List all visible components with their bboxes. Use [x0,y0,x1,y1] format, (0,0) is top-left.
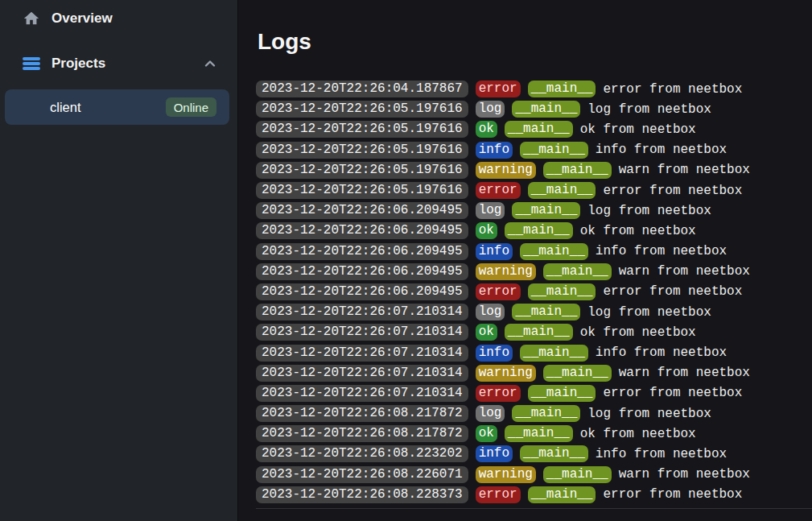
log-message: log from neetbox [587,305,711,320]
log-timestamp: 2023-12-20T22:26:07.210314 [256,324,468,341]
log-series-badge: __main__ [512,304,580,320]
log-level-badge: ok [476,121,497,138]
log-timestamp: 2023-12-20T22:26:07.210314 [256,365,468,382]
log-timestamp: 2023-12-20T22:26:06.209495 [256,263,468,280]
log-timestamp: 2023-12-20T22:26:08.226071 [256,466,468,483]
log-timestamp: 2023-12-20T22:26:06.209495 [256,222,468,239]
log-message: error from neetbox [603,386,742,400]
log-level-badge: info [476,445,513,462]
log-series-badge: __main__ [505,222,573,239]
log-row: 2023-12-20T22:26:06.209495error__main__e… [256,282,812,302]
log-series-badge: __main__ [505,425,573,442]
log-message: error from neetbox [603,82,742,97]
status-badge: Online [166,97,216,117]
log-series-badge: __main__ [543,263,612,280]
app-window: Overview Projects client Online Logs 202… [0,0,812,521]
log-row: 2023-12-20T22:26:06.209495warning__main_… [256,262,812,282]
log-timestamp: 2023-12-20T22:26:08.217872 [256,405,468,422]
main-panel: Logs 2023-12-20T22:26:04.187867error__ma… [238,0,812,521]
log-series-badge: __main__ [520,142,588,159]
log-level-badge: error [476,283,521,300]
sidebar-item-label: Projects [52,56,105,72]
log-series-badge: __main__ [512,405,580,422]
log-message: error from neetbox [603,487,742,502]
sidebar-item-client[interactable]: client Online [5,89,229,125]
log-message: warn from neetbox [619,163,750,177]
log-level-badge: error [476,81,521,97]
log-message: info from neetbox [596,345,727,360]
log-row: 2023-12-20T22:26:05.197616warning__main_… [256,160,812,180]
chevron-up-icon[interactable] [204,58,216,69]
log-series-badge: __main__ [520,345,588,362]
log-timestamp: 2023-12-20T22:26:08.228373 [256,486,468,503]
log-row: 2023-12-20T22:26:08.228373error__main__e… [256,485,812,505]
menu-icon [22,57,41,71]
log-row: 2023-12-20T22:26:08.226071warning__main_… [256,465,812,485]
log-timestamp: 2023-12-20T22:26:07.210314 [256,345,468,362]
page-title: Logs [258,27,812,56]
log-level-badge: error [476,486,521,503]
log-timestamp: 2023-12-20T22:26:06.209495 [256,243,468,260]
sidebar-item-projects[interactable]: Projects [0,50,237,77]
log-row: 2023-12-20T22:26:05.197616ok__main__ok f… [256,119,812,139]
log-timestamp: 2023-12-20T22:26:05.197616 [256,162,468,179]
log-message: log from neetbox [587,102,711,117]
log-series-badge: __main__ [528,385,596,402]
log-list[interactable]: 2023-12-20T22:26:04.187867error__main__e… [256,79,812,505]
sidebar: Overview Projects client Online [0,0,238,521]
log-timestamp: 2023-12-20T22:26:05.197616 [256,142,468,159]
project-name: client [50,100,81,115]
log-timestamp: 2023-12-20T22:26:04.187867 [256,81,468,97]
log-row: 2023-12-20T22:26:04.187867error__main__e… [256,79,812,99]
log-row: 2023-12-20T22:26:08.217872ok__main__ok f… [256,424,812,444]
log-timestamp: 2023-12-20T22:26:05.197616 [256,101,468,118]
log-timestamp: 2023-12-20T22:26:05.197616 [256,121,468,138]
divider [256,508,812,509]
log-series-badge: __main__ [528,81,596,97]
log-row: 2023-12-20T22:26:06.209495info__main__in… [256,242,812,262]
log-timestamp: 2023-12-20T22:26:06.209495 [256,283,468,300]
log-timestamp: 2023-12-20T22:26:07.210314 [256,304,468,320]
log-level-badge: ok [476,222,497,239]
log-level-badge: ok [476,425,497,442]
log-row: 2023-12-20T22:26:07.210314info__main__in… [256,342,812,362]
log-message: warn from neetbox [619,467,750,482]
log-level-badge: error [476,182,521,199]
log-message: info from neetbox [596,143,727,157]
log-series-badge: __main__ [512,202,580,219]
log-series-badge: __main__ [528,283,596,300]
log-row: 2023-12-20T22:26:07.210314log__main__log… [256,302,812,322]
log-message: info from neetbox [596,447,727,461]
log-row: 2023-12-20T22:26:07.210314error__main__e… [256,383,812,403]
log-message: error from neetbox [603,284,742,299]
log-level-badge: log [476,101,505,118]
log-level-badge: log [476,405,505,422]
log-message: ok from neetbox [580,122,696,137]
log-level-badge: ok [476,324,497,341]
home-icon [22,10,41,27]
log-series-badge: __main__ [543,466,612,483]
log-timestamp: 2023-12-20T22:26:05.197616 [256,182,468,199]
log-message: log from neetbox [587,407,711,421]
log-series-badge: __main__ [543,365,612,382]
log-timestamp: 2023-12-20T22:26:06.209495 [256,202,468,219]
sidebar-item-overview[interactable]: Overview [0,5,237,32]
log-row: 2023-12-20T22:26:05.197616log__main__log… [256,99,812,119]
log-level-badge: warning [476,365,536,382]
log-series-badge: __main__ [528,486,596,503]
log-message: error from neetbox [603,184,742,198]
log-row: 2023-12-20T22:26:06.209495ok__main__ok f… [256,221,812,241]
log-level-badge: warning [476,162,536,179]
log-message: ok from neetbox [580,427,696,441]
log-level-badge: warning [476,466,536,483]
log-row: 2023-12-20T22:26:05.197616info__main__in… [256,140,812,160]
log-row: 2023-12-20T22:26:08.223202info__main__in… [256,444,812,464]
log-level-badge: warning [476,263,536,280]
log-row: 2023-12-20T22:26:07.210314ok__main__ok f… [256,322,812,342]
log-timestamp: 2023-12-20T22:26:08.223202 [256,445,468,462]
log-timestamp: 2023-12-20T22:26:07.210314 [256,385,468,402]
log-series-badge: __main__ [512,101,580,118]
log-series-badge: __main__ [505,121,573,138]
log-series-badge: __main__ [543,162,612,179]
log-level-badge: error [476,385,521,402]
